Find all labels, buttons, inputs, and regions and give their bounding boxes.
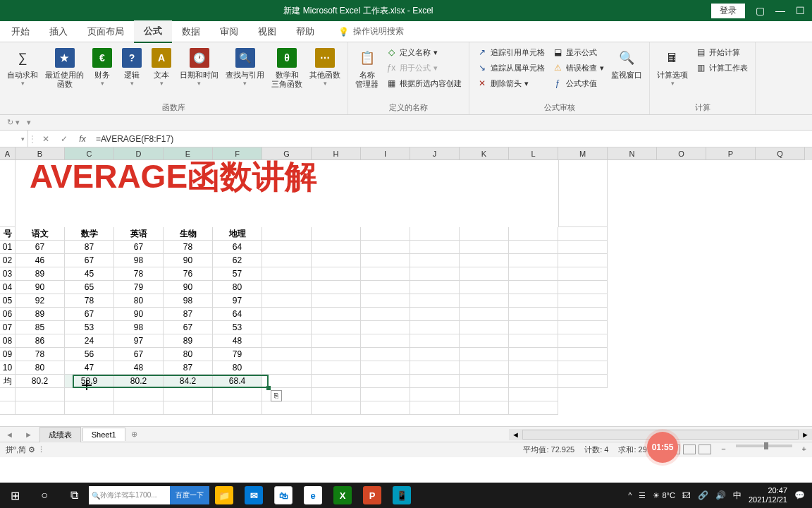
trace-dependents-button[interactable]: ↘追踪从属单元格	[474, 61, 548, 75]
name-box[interactable]: ▾	[0, 131, 28, 147]
tab-insert[interactable]: 插入	[39, 21, 78, 42]
add-sheet-button[interactable]: ⊕	[131, 430, 137, 439]
table-cell[interactable]: 89	[16, 267, 65, 281]
store-app[interactable]: 🛍	[269, 483, 298, 508]
remove-arrows-button[interactable]: ✕删除箭头 ▾	[474, 76, 548, 90]
maximize-icon[interactable]: ☐	[796, 5, 805, 16]
taskbar-search-input[interactable]: 🔍 孙海洋驾车1700...	[89, 486, 170, 504]
table-cell[interactable]: 67	[164, 321, 213, 334]
volume-icon[interactable]: 🔊	[715, 490, 726, 500]
average-cell[interactable]: 80.2	[16, 375, 65, 388]
calculation-options-button[interactable]: 🖩 计算选项 ▾	[654, 45, 691, 88]
table-header-cell[interactable]: 英语	[114, 227, 164, 241]
qa-dropdown-icon[interactable]: ▾	[27, 118, 31, 127]
calculate-now-button[interactable]: ▤开始计算	[692, 45, 751, 59]
table-cell[interactable]: 53	[213, 321, 262, 334]
ribbon-display-options-icon[interactable]: ▢	[756, 5, 765, 16]
watch-window-button[interactable]: 🔍 监视窗口	[608, 45, 645, 90]
phone-app[interactable]: 📱	[387, 483, 417, 508]
weather-widget[interactable]: ☀ 8°C	[653, 491, 675, 500]
table-cell[interactable]: 08	[0, 334, 16, 348]
column-header[interactable]: N	[608, 147, 657, 160]
task-view-button[interactable]: ⧉	[59, 483, 89, 508]
autofill-options-button[interactable]: ⎘	[271, 390, 282, 401]
table-cell[interactable]: 90	[16, 281, 65, 294]
table-cell[interactable]: 79	[114, 281, 164, 294]
table-cell[interactable]: 47	[65, 361, 114, 375]
datetime-button[interactable]: 🕐 日期和时间 ▾	[177, 45, 221, 90]
table-cell[interactable]: 57	[213, 267, 262, 281]
table-cell[interactable]: 86	[16, 334, 65, 348]
fill-handle[interactable]	[266, 386, 271, 390]
table-header-cell[interactable]: 生物	[164, 227, 213, 241]
show-formulas-button[interactable]: ⬓显示公式	[549, 45, 607, 59]
table-cell[interactable]: 46	[16, 254, 65, 267]
column-header[interactable]: J	[410, 147, 460, 160]
zoom-out-button[interactable]: −	[721, 445, 725, 455]
use-in-formula-button[interactable]: ƒx用于公式 ▾	[383, 61, 465, 75]
table-cell[interactable]: 98	[114, 321, 164, 334]
table-cell[interactable]: 80	[213, 281, 262, 294]
table-cell[interactable]: 89	[164, 334, 213, 348]
powerpoint-app[interactable]: P	[357, 483, 387, 508]
table-cell[interactable]: 06	[0, 308, 16, 321]
table-cell[interactable]: 67	[114, 241, 164, 254]
column-header[interactable]: K	[460, 147, 509, 160]
tab-page-layout[interactable]: 页面布局	[78, 21, 134, 42]
table-cell[interactable]: 07	[0, 321, 16, 334]
table-cell[interactable]: 09	[0, 348, 16, 361]
excel-app[interactable]: X	[328, 483, 357, 508]
tab-review[interactable]: 审阅	[210, 21, 248, 42]
average-cell[interactable]: 80.2	[114, 375, 164, 388]
table-cell[interactable]: 65	[65, 281, 114, 294]
table-cell[interactable]: 80	[164, 348, 213, 361]
minimize-icon[interactable]: —	[775, 5, 785, 16]
table-cell[interactable]: 80	[16, 361, 65, 375]
login-button[interactable]: 登录	[711, 4, 745, 18]
table-cell[interactable]: 62	[213, 254, 262, 267]
logical-button[interactable]: ? 逻辑 ▾	[118, 45, 146, 90]
table-cell[interactable]: 05	[0, 294, 16, 308]
chevron-down-icon[interactable]: ▾	[21, 135, 25, 143]
calculate-sheet-button[interactable]: ▥计算工作表	[692, 61, 751, 75]
table-cell[interactable]: 78	[164, 241, 213, 254]
formula-input[interactable]: =AVERAGE(F8:F17)	[92, 134, 812, 144]
spreadsheet-grid[interactable]: ABCDEFGHIJKLMNOPQ AVERAGE函数讲解 号语文数学英语生物地…	[0, 147, 812, 426]
accept-formula-button[interactable]: ✓	[55, 134, 73, 144]
table-cell[interactable]: 04	[0, 281, 16, 294]
table-cell[interactable]: 78	[114, 267, 164, 281]
battery-icon[interactable]: 🗠	[682, 490, 691, 500]
redo-icon[interactable]: ↻ ▾	[7, 118, 20, 127]
table-cell[interactable]: 10	[0, 361, 16, 375]
tab-view[interactable]: 视图	[248, 21, 286, 42]
sheet-tab-2[interactable]: Sheet1	[82, 428, 125, 441]
tab-help[interactable]: 帮助	[286, 21, 324, 42]
recent-functions-button[interactable]: ★ 最近使用的 函数	[42, 45, 87, 90]
table-cell[interactable]: 64	[213, 308, 262, 321]
table-cell[interactable]: 02	[0, 254, 16, 267]
table-cell[interactable]: 24	[65, 334, 114, 348]
notifications-icon[interactable]: 💬	[794, 490, 805, 500]
column-header[interactable]: H	[312, 147, 361, 160]
table-cell[interactable]: 79	[213, 348, 262, 361]
average-cell[interactable]: 68.4	[213, 375, 262, 388]
ime-tray-icon[interactable]: 中	[733, 490, 742, 502]
column-header[interactable]: M	[558, 147, 608, 160]
clock[interactable]: 20:47 2021/12/21	[749, 486, 787, 504]
tab-data[interactable]: 数据	[172, 21, 210, 42]
table-cell[interactable]: 01	[0, 241, 16, 254]
tell-me-search[interactable]: 💡 操作说明搜索	[338, 25, 404, 37]
table-header-cell[interactable]: 数学	[65, 227, 114, 241]
taskbar-search-button[interactable]: 百度一下	[170, 486, 209, 504]
table-cell[interactable]: 48	[114, 361, 164, 375]
autosum-button[interactable]: ∑ 自动求和 ▾	[4, 45, 41, 90]
cancel-formula-button[interactable]: ✕	[37, 134, 55, 144]
error-checking-button[interactable]: ⚠错误检查 ▾	[549, 61, 607, 75]
sheet-tab-1[interactable]: 成绩表	[39, 427, 81, 442]
name-manager-button[interactable]: 📋 名称 管理器	[352, 45, 381, 90]
average-cell[interactable]: 均分	[0, 375, 16, 388]
table-cell[interactable]: 90	[114, 308, 164, 321]
table-cell[interactable]: 89	[16, 308, 65, 321]
tab-home[interactable]: 开始	[1, 21, 39, 42]
file-explorer-app[interactable]: 📁	[209, 483, 239, 508]
